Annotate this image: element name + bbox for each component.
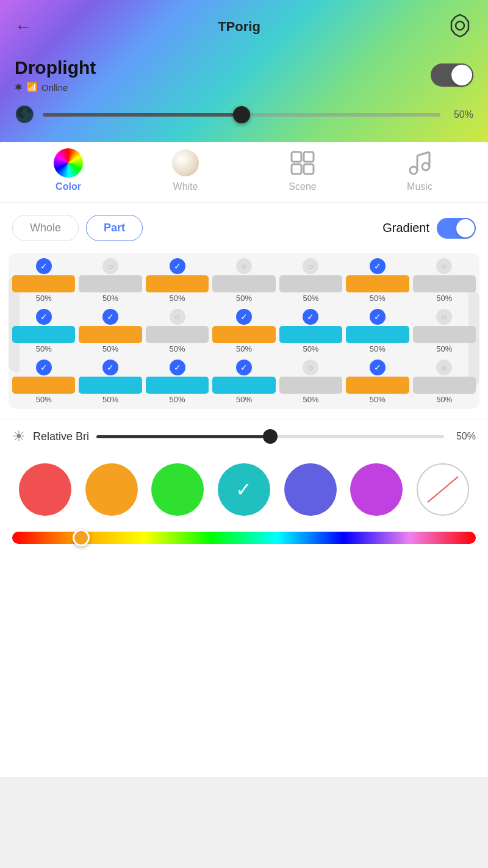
led-cell-2-3[interactable]: ○ 50%	[146, 309, 209, 353]
color-circle-green[interactable]	[151, 463, 204, 516]
power-toggle-knob	[451, 65, 472, 85]
led-bar	[279, 377, 342, 394]
color-circle-orange[interactable]	[85, 463, 138, 516]
svg-rect-2	[292, 152, 301, 162]
color-circle-cyan[interactable]: ✓	[218, 463, 270, 516]
svg-marker-0	[451, 15, 468, 37]
relative-brightness-slider[interactable]	[96, 435, 444, 438]
led-bar	[413, 275, 476, 292]
led-bar	[146, 326, 209, 343]
led-cell-3-2[interactable]: ✓ 50%	[79, 360, 142, 404]
spectrum-row	[0, 526, 488, 556]
led-pct: 50%	[303, 344, 318, 353]
led-cell-1-1[interactable]: ✓ 50%	[12, 258, 75, 303]
led-cell-1-3[interactable]: ✓ 50%	[146, 258, 209, 303]
whole-button[interactable]: Whole	[12, 215, 79, 241]
gradient-label: Gradient	[382, 221, 429, 235]
led-cell-2-4[interactable]: ✓ 50%	[212, 309, 275, 353]
led-cell-3-3[interactable]: ✓ 50%	[146, 360, 209, 404]
led-bar	[79, 275, 142, 292]
led-check-icon: ○	[170, 309, 185, 325]
tab-music-label: Music	[407, 181, 432, 192]
led-check-icon: ✓	[170, 360, 185, 375]
led-bar	[346, 275, 409, 292]
device-info: Droplight ✱ 📶 Online	[15, 57, 473, 93]
led-check-icon: ○	[236, 258, 252, 274]
sun-icon: ☀	[12, 428, 26, 445]
led-bar	[79, 326, 142, 343]
led-bar	[212, 275, 275, 292]
led-cell-3-6[interactable]: ✓ 50%	[346, 360, 409, 404]
led-row-2: ✓ 50% ✓ 50% ○ 50% ✓ 50%	[12, 309, 476, 353]
led-check-icon: ✓	[102, 309, 118, 325]
led-grid-wrapper: ✓ 50% ○ 50% ✓ 50% ○ 50%	[9, 253, 479, 409]
led-cell-3-7[interactable]: ○ 50%	[413, 360, 476, 404]
led-cell-3-4[interactable]: ✓ 50%	[212, 360, 275, 404]
led-bar	[413, 377, 476, 394]
led-cell-2-2[interactable]: ✓ 50%	[79, 309, 142, 353]
wifi-icon: 📶	[26, 82, 38, 93]
gradient-toggle-knob	[456, 219, 475, 237]
tab-color[interactable]: Color	[10, 148, 127, 192]
svg-point-7	[422, 163, 429, 170]
color-circle-red[interactable]	[19, 463, 71, 516]
led-cell-2-1[interactable]: ✓ 50%	[12, 309, 75, 353]
led-pct: 50%	[170, 395, 185, 404]
led-pct: 50%	[102, 395, 118, 404]
led-row-1: ✓ 50% ○ 50% ✓ 50% ○ 50%	[12, 258, 476, 303]
led-pct: 50%	[303, 294, 318, 303]
color-circle-purple[interactable]	[350, 463, 403, 516]
led-cell-1-6[interactable]: ✓ 50%	[346, 258, 409, 303]
color-circle-blue[interactable]	[284, 463, 337, 516]
led-pct: 50%	[36, 294, 52, 303]
led-cell-2-6[interactable]: ✓ 50%	[346, 309, 409, 353]
led-cell-2-7[interactable]: ○ 50%	[413, 309, 476, 353]
tab-scene-label: Scene	[289, 181, 316, 192]
color-circles-row: ✓	[0, 454, 488, 526]
led-check-icon: ✓	[236, 309, 252, 325]
part-button[interactable]: Part	[86, 215, 143, 241]
led-check-icon: ✓	[370, 309, 386, 325]
led-bar	[146, 377, 209, 394]
tab-white[interactable]: White	[127, 148, 244, 192]
settings-icon[interactable]	[447, 12, 473, 42]
led-check-icon: ✓	[370, 258, 386, 274]
gradient-toggle[interactable]	[437, 218, 476, 239]
relative-brightness-row: ☀ Relative Bri 50%	[0, 419, 488, 454]
back-button[interactable]: ←	[15, 17, 32, 37]
relative-brightness-pct: 50%	[451, 431, 476, 442]
moon-icon: 🌑	[15, 105, 34, 124]
led-cell-3-1[interactable]: ✓ 50%	[12, 360, 75, 404]
selected-checkmark: ✓	[235, 478, 252, 501]
main-panel: Color White Scene	[0, 136, 488, 777]
led-cell-1-2[interactable]: ○ 50%	[79, 258, 142, 303]
led-cell-2-5[interactable]: ✓ 50%	[279, 309, 342, 353]
led-cell-1-5[interactable]: ○ 50%	[279, 258, 342, 303]
led-row-3: ✓ 50% ✓ 50% ✓ 50% ✓ 50%	[12, 360, 476, 404]
led-bar	[12, 326, 75, 343]
led-check-icon: ○	[303, 360, 318, 375]
tab-music[interactable]: Music	[361, 148, 478, 192]
tab-scene[interactable]: Scene	[244, 148, 361, 192]
power-toggle[interactable]	[431, 63, 473, 87]
brightness-slider[interactable]	[43, 113, 440, 117]
led-pct: 50%	[170, 294, 185, 303]
led-pct: 50%	[436, 344, 452, 353]
led-cell-1-7[interactable]: ○ 50%	[413, 258, 476, 303]
led-bar	[212, 326, 275, 343]
led-cell-1-4[interactable]: ○ 50%	[212, 258, 275, 303]
led-pct: 50%	[236, 395, 252, 404]
app-title: TPorig	[218, 19, 260, 35]
brightness-row: 🌑 50%	[15, 105, 473, 124]
led-cell-3-5[interactable]: ○ 50%	[279, 360, 342, 404]
color-wheel-icon	[54, 148, 83, 178]
led-pct: 50%	[236, 294, 252, 303]
led-bar	[12, 377, 75, 394]
led-check-icon: ✓	[170, 258, 185, 274]
brightness-fill	[43, 113, 242, 117]
led-bar	[146, 275, 209, 292]
color-circle-none[interactable]	[417, 463, 469, 516]
tab-white-label: White	[173, 181, 198, 192]
led-pct: 50%	[436, 395, 452, 404]
spectrum-slider[interactable]	[12, 532, 476, 544]
